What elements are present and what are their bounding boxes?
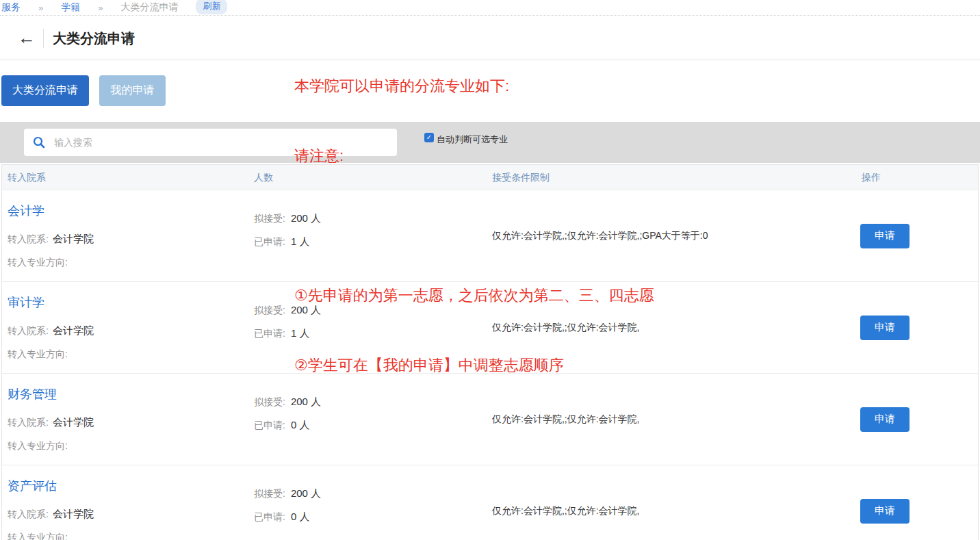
dept-label: 转入院系: [8,509,49,519]
column-header-condition: 接受条件限制 [492,172,550,184]
planned-label: 拟接受: [254,488,285,499]
column-header-count: 人数 [254,172,273,184]
majors-table: 转入院系 人数 接受条件限制 操作 会计学 转入院系:会计学院 转入专业方向: … [1,164,979,540]
applied-value: 1 人 [291,235,310,247]
tab-major-diversion-application[interactable]: 大类分流申请 [1,75,89,106]
search-icon [24,136,54,149]
condition-text: 仅允许:会计学院,;仅允许:会计学院, [492,413,639,426]
planned-line: 拟接受:200 人 [254,487,321,500]
direction-line: 转入专业方向: [8,439,72,452]
planned-line: 拟接受:200 人 [254,212,321,225]
applied-line: 已申请:1 人 [254,235,309,248]
back-arrow-icon[interactable]: ← [18,28,36,47]
breadcrumb-item-current: 大类分流申请 [120,1,178,14]
planned-value: 200 人 [291,212,321,224]
auto-judge-checkbox[interactable]: ✓ 自动判断可选专业 [424,131,508,146]
apply-button[interactable]: 申请 [860,224,910,248]
table-header-row: 转入院系 人数 接受条件限制 操作 [2,165,978,190]
column-header-operation: 操作 [862,172,881,184]
planned-line: 拟接受:200 人 [254,304,321,317]
planned-value: 200 人 [291,304,321,316]
table-row: 审计学 转入院系:会计学院 转入专业方向: 拟接受:200 人 已申请:1 人 … [2,282,978,374]
major-link[interactable]: 资产评估 [8,478,57,494]
applied-label: 已申请: [254,328,285,339]
planned-value: 200 人 [291,396,321,407]
search-box[interactable] [24,129,397,156]
dept-line: 转入院系:会计学院 [8,324,94,337]
search-input[interactable] [54,129,397,156]
planned-label: 拟接受: [254,396,285,407]
apply-button[interactable]: 申请 [860,407,910,432]
breadcrumb-separator-icon: » [38,3,43,13]
column-header-dept: 转入院系 [8,172,46,184]
table-row: 资产评估 转入院系:会计学院 转入专业方向: 拟接受:200 人 已申请:0 人… [2,465,978,540]
breadcrumb-separator-icon: » [98,3,103,13]
breadcrumb: 服务 » 学籍 » 大类分流申请 刷新 [0,0,980,16]
table-row: 会计学 转入院系:会计学院 转入专业方向: 拟接受:200 人 已申请:1 人 … [2,190,978,282]
major-link[interactable]: 财务管理 [8,386,57,402]
condition-text: 仅允许:会计学院,;仅允许:会计学院, [492,322,639,334]
applied-line: 已申请:0 人 [254,419,309,432]
condition-text: 仅允许:会计学院,;仅允许:会计学院, [492,505,639,517]
breadcrumb-item-services[interactable]: 服务 [1,1,21,14]
breadcrumb-item-student-status[interactable]: 学籍 [61,1,80,14]
direction-line: 转入专业方向: [8,531,72,540]
dept-label: 转入院系: [8,233,49,244]
applied-label: 已申请: [254,420,285,430]
dept-line: 转入院系:会计学院 [8,233,94,246]
dept-label: 转入院系: [8,325,49,336]
checkbox-checked-icon[interactable]: ✓ [424,133,434,142]
annotation-line: 本学院可以申请的分流专业如下: [294,75,654,98]
auto-judge-checkbox-label: 自动判断可选专业 [437,133,508,146]
planned-value: 200 人 [291,487,321,499]
dept-value: 会计学院 [53,324,94,336]
major-link[interactable]: 会计学 [8,203,44,219]
direction-line: 转入专业方向: [8,348,72,361]
planned-label: 拟接受: [254,213,285,224]
applied-label: 已申请: [254,511,285,522]
tab-my-applications[interactable]: 我的申请 [99,75,166,106]
page: 服务 » 学籍 » 大类分流申请 刷新 ← 大类分流申请 本学院可以申请的分流专… [0,0,980,540]
dept-line: 转入院系:会计学院 [8,416,94,429]
dept-value: 会计学院 [53,508,94,519]
applied-value: 0 人 [291,511,310,522]
planned-label: 拟接受: [254,305,285,316]
dept-value: 会计学院 [53,233,94,244]
condition-text: 仅允许:会计学院,;仅允许:会计学院,;GPA大于等于:0 [492,230,708,242]
apply-button[interactable]: 申请 [860,499,910,524]
direction-label: 转入专业方向: [8,257,68,268]
applied-value: 0 人 [291,419,310,430]
dept-line: 转入院系:会计学院 [8,508,94,521]
dept-value: 会计学院 [53,416,94,428]
page-title: 大类分流申请 [53,29,135,48]
applied-value: 1 人 [291,327,310,339]
major-link[interactable]: 审计学 [8,294,44,311]
planned-line: 拟接受:200 人 [254,396,321,409]
page-header: ← 大类分流申请 [0,16,980,60]
refresh-button[interactable]: 刷新 [196,0,227,14]
apply-button[interactable]: 申请 [860,316,910,340]
applied-line: 已申请:1 人 [254,327,309,340]
table-row: 财务管理 转入院系:会计学院 转入专业方向: 拟接受:200 人 已申请:0 人… [2,374,978,465]
direction-label: 转入专业方向: [8,532,68,540]
dept-label: 转入院系: [8,417,49,428]
toolbar: ✓ 自动判断可选专业 [0,122,980,163]
direction-line: 转入专业方向: [8,256,72,269]
applied-line: 已申请:0 人 [254,511,309,524]
direction-label: 转入专业方向: [8,348,68,359]
header-divider [43,29,44,48]
direction-label: 转入专业方向: [8,440,68,451]
applied-label: 已申请: [254,236,285,247]
